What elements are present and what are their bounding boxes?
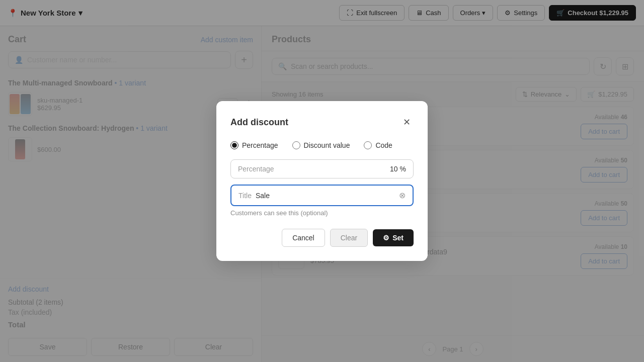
modal-title: Add discount xyxy=(230,117,288,128)
code-radio[interactable] xyxy=(364,141,372,149)
clear-button[interactable]: Clear xyxy=(330,229,368,247)
percentage-option[interactable]: Percentage xyxy=(230,141,278,149)
cancel-button[interactable]: Cancel xyxy=(282,229,325,247)
set-button[interactable]: ⚙ Set xyxy=(373,229,414,246)
modal-header: Add discount ✕ xyxy=(230,115,414,129)
percentage-input-group[interactable]: Percentage 10 % xyxy=(230,159,414,178)
percentage-field-value: 10 % xyxy=(390,165,406,173)
modal-footer: Cancel Clear ⚙ Set xyxy=(230,229,414,247)
discount-value-label: Discount value xyxy=(304,141,350,149)
title-clear-button[interactable]: ⊗ xyxy=(399,191,406,200)
title-input[interactable] xyxy=(256,192,399,200)
optional-hint: Customers can see this (optional) xyxy=(230,209,414,217)
modal-overlay: Add discount ✕ Percentage Discount value… xyxy=(0,0,644,362)
discount-options: Percentage Discount value Code xyxy=(230,141,414,149)
code-option[interactable]: Code xyxy=(364,141,392,149)
percentage-field-label: Percentage xyxy=(238,165,274,173)
modal-close-button[interactable]: ✕ xyxy=(399,115,414,129)
gear-icon: ⚙ xyxy=(383,234,389,242)
discount-value-option[interactable]: Discount value xyxy=(292,141,350,149)
title-input-group[interactable]: Title ⊗ xyxy=(230,185,414,206)
code-label: Code xyxy=(375,141,392,149)
discount-value-radio[interactable] xyxy=(292,141,300,149)
add-discount-modal: Add discount ✕ Percentage Discount value… xyxy=(216,101,428,261)
percentage-label: Percentage xyxy=(242,141,278,149)
title-field-label: Title xyxy=(238,192,252,200)
percentage-radio[interactable] xyxy=(230,141,238,149)
